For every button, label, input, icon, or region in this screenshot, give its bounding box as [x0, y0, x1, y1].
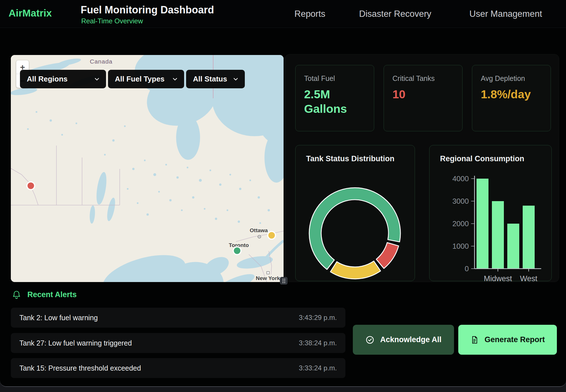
stat-card-avg-depletion: Avg Depletion 1.8%/day	[472, 65, 551, 131]
metrics-panel: Total Fuel 2.5M Gallons Critical Tanks 1…	[285, 54, 559, 282]
map-filter-bar: All Regions All Fuel Types All Status	[20, 70, 245, 88]
alert-time: 3:43:29 p.m.	[299, 314, 337, 322]
regional-consumption-chart-card: Regional Consumption 01000200030004000Mi…	[429, 145, 552, 281]
alert-row[interactable]: Tank 15: Pressure threshold exceeded 3:3…	[11, 358, 345, 378]
map-marker-normal[interactable]	[233, 247, 241, 255]
y-tick-label: 3000	[452, 197, 469, 205]
map-label-ottawa: Ottawa	[250, 227, 268, 233]
stat-value: 2.5M Gallons	[304, 87, 365, 117]
stat-card-critical-tanks: Critical Tanks 10	[384, 65, 463, 131]
status-dropdown-label: All Status	[193, 75, 227, 83]
map-marker-critical[interactable]	[27, 182, 35, 190]
bell-icon	[12, 290, 21, 299]
map-marker-warning[interactable]	[268, 232, 276, 239]
bar-2	[507, 224, 519, 269]
alert-row[interactable]: Tank 2: Low fuel warning 3:43:29 p.m.	[11, 308, 345, 328]
alert-row[interactable]: Tank 27: Low fuel warning triggered 3:38…	[11, 333, 345, 353]
alert-time: 3:33:24 p.m.	[299, 364, 337, 372]
document-icon	[470, 336, 479, 344]
stat-label: Critical Tanks	[392, 74, 454, 83]
x-tick-label: Midwest	[484, 274, 512, 281]
bar-0	[477, 179, 488, 269]
tank-status-donut-chart	[307, 185, 403, 281]
acknowledge-all-label: Acknowledge All	[380, 335, 441, 344]
chevron-down-icon	[95, 78, 99, 81]
map-panel: Canada Ottawa Toronto New York + −	[11, 55, 284, 282]
alert-text: Tank 15: Pressure threshold exceeded	[19, 364, 141, 372]
alerts-header: Recent Alerts	[12, 290, 77, 299]
app-header: AirMatrix Fuel Monitoring Dashboard Real…	[0, 0, 566, 28]
alert-text: Tank 2: Low fuel warning	[19, 314, 98, 322]
fuel-types-dropdown-label: All Fuel Types	[115, 75, 164, 83]
donut-segment-critical	[376, 243, 399, 269]
chart-title: Tank Status Distribution	[306, 154, 394, 163]
nav-user-management[interactable]: User Management	[469, 9, 542, 19]
y-tick-label: 4000	[452, 174, 469, 183]
stat-value: 10	[392, 87, 454, 102]
stat-card-total-fuel: Total Fuel 2.5M Gallons	[295, 65, 374, 131]
generate-report-label: Generate Report	[484, 335, 545, 344]
map-resize-handle[interactable]	[280, 277, 288, 285]
status-dropdown[interactable]: All Status	[186, 70, 245, 88]
check-circle-icon	[365, 335, 374, 344]
page-title: Fuel Monitoring Dashboard	[81, 4, 214, 16]
alert-text: Tank 27: Low fuel warning triggered	[19, 339, 132, 347]
tank-status-chart-card: Tank Status Distribution	[295, 145, 415, 281]
generate-report-button[interactable]: Generate Report	[458, 325, 557, 355]
bar-3	[523, 206, 535, 269]
donut-segment-warning	[330, 261, 380, 279]
stat-label: Total Fuel	[304, 74, 365, 83]
stat-value: 1.8%/day	[481, 87, 542, 102]
y-tick-label: 0	[465, 264, 469, 273]
map-label-canada: Canada	[90, 58, 113, 65]
bar-1	[492, 201, 504, 269]
x-tick-label: West	[520, 274, 538, 281]
y-tick-label: 1000	[452, 242, 469, 250]
stat-label: Avg Depletion	[481, 74, 542, 83]
regions-dropdown-label: All Regions	[27, 75, 68, 83]
nav-reports[interactable]: Reports	[294, 9, 325, 19]
regions-dropdown[interactable]: All Regions	[20, 70, 106, 88]
page-subtitle: Real-Time Overview	[81, 17, 143, 25]
brand-logo: AirMatrix	[9, 7, 52, 19]
app-window: AirMatrix Fuel Monitoring Dashboard Real…	[0, 0, 566, 387]
alerts-title: Recent Alerts	[27, 290, 77, 299]
y-tick-label: 2000	[452, 219, 469, 228]
map-graphic: Canada Ottawa Toronto New York	[11, 55, 284, 282]
map-canvas[interactable]: Canada Ottawa Toronto New York + −	[11, 55, 284, 282]
alert-time: 3:38:24 p.m.	[299, 339, 337, 347]
acknowledge-all-button[interactable]: Acknowledge All	[353, 325, 454, 355]
chevron-down-icon	[233, 78, 238, 81]
grip-dots-icon	[281, 278, 286, 284]
map-label-new-york: New York	[256, 275, 280, 281]
nav-disaster-recovery[interactable]: Disaster Recovery	[359, 9, 431, 19]
city-marker-icon	[267, 271, 269, 274]
fuel-types-dropdown[interactable]: All Fuel Types	[108, 70, 184, 88]
capital-marker-dot	[259, 236, 260, 237]
dashboard-page: AirMatrix Fuel Monitoring Dashboard Real…	[0, 0, 566, 392]
chevron-down-icon	[173, 78, 177, 81]
regional-consumption-bar-chart: 01000200030004000MidwestWest	[429, 145, 552, 281]
